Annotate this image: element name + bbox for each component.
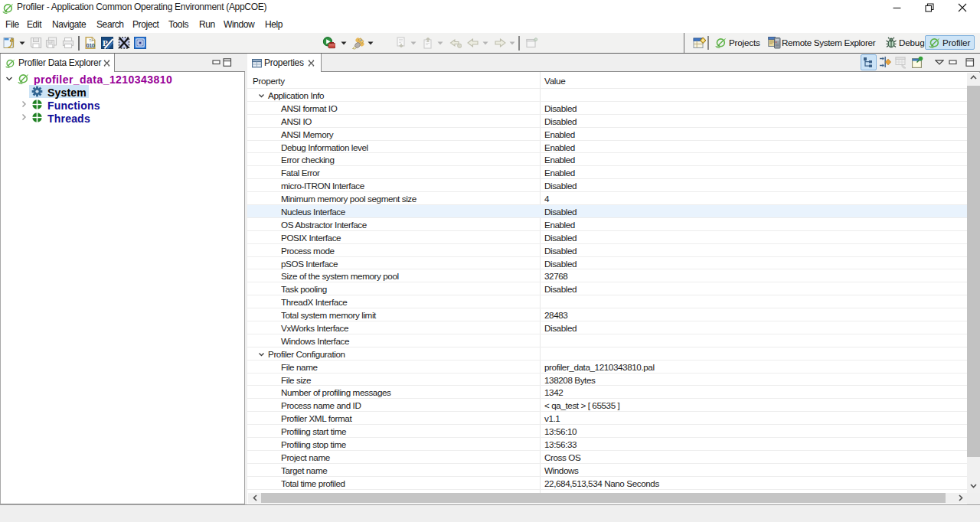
svg-text:010: 010 <box>86 42 94 49</box>
svg-text:P: P <box>103 38 108 47</box>
